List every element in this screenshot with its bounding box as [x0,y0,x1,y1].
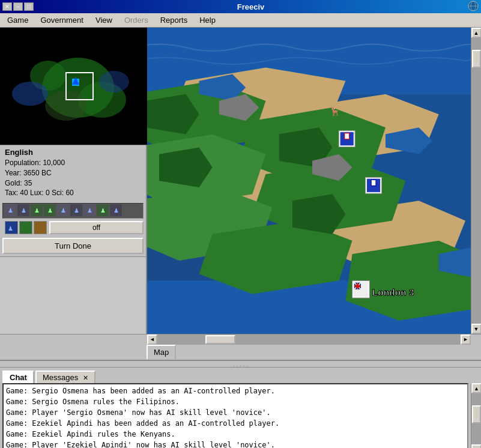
mini-map[interactable] [0,28,147,145]
unit-icons-bar: ♟ ♟ ♟ ♟ ♟ ♟ ♟ ♟ ♟ [2,203,144,219]
menu-view[interactable]: View [91,14,117,26]
main-area: English Population: 10,000 Year: 3650 BC… [0,28,481,334]
left-bottom-area [0,256,146,334]
chat-scrollbar: ▲ ▼ [471,383,481,448]
scroll-up-button[interactable]: ▲ [471,28,482,38]
chat-scroll-track[interactable] [471,393,481,444]
v-scroll-thumb[interactable] [472,50,481,68]
svg-text:♟: ♟ [8,207,13,214]
scroll-right-button[interactable]: ► [461,334,471,345]
svg-text:♟: ♟ [34,207,40,214]
svg-text:🦌: 🦌 [329,105,341,117]
civ-name: English [5,148,141,157]
chat-scroll-thumb[interactable] [472,405,481,423]
game-map: London 3 🦌 [147,28,471,334]
menu-reports[interactable]: Reports [156,14,193,26]
menu-game[interactable]: Game [2,14,33,26]
globe-icon [468,1,479,13]
chat-tab[interactable]: Chat [2,371,34,383]
year-stat: Year: 3650 BC [5,168,141,178]
svg-rect-61 [345,133,349,139]
population-stat: Population: 10,000 [5,158,141,168]
svg-text:London  3: London 3 [372,287,414,297]
dots-separator: . . . . . [0,361,481,367]
map-tab[interactable]: Map [147,345,176,360]
title-bar: ✕ − □ Freeciv [0,0,481,13]
unit-icon-3 [34,221,47,234]
chat-message: Game: Ezekiel Apindi has been added as a… [6,418,465,429]
bottom-left-space [0,334,147,344]
menu-bar: Game Government View Orders Reports Help [0,13,481,28]
off-button[interactable]: off [49,221,144,234]
maximize-button[interactable]: □ [24,2,34,11]
svg-text:♟: ♟ [113,207,119,214]
tax-stat: Tax: 40 Lux: 0 Sci: 60 [5,188,141,198]
game-view[interactable]: London 3 🦌 [147,28,471,334]
stats-panel: English Population: 10,000 Year: 3650 BC… [0,145,146,201]
mini-map-svg [0,28,147,145]
h-scroll-track[interactable] [157,334,461,345]
svg-rect-65 [372,180,376,186]
svg-text:♟: ♟ [8,225,13,232]
chat-message: Game: Sergio Osmena rules the Filipinos. [6,396,465,407]
chat-messages: Game: Sergio Osmena has been added as an… [2,383,468,448]
left-panel: English Population: 10,000 Year: 3650 BC… [0,28,147,334]
scroll-left-button[interactable]: ◄ [147,334,157,345]
active-unit-area: ♟ off [2,221,144,234]
svg-text:♟: ♟ [87,207,92,214]
right-scrollbar: ▲ ▼ [471,28,481,334]
svg-rect-74 [354,285,361,287]
right-view-wrapper: London 3 🦌 ▲ ▼ [147,28,481,334]
minimize-button[interactable]: − [13,2,23,11]
svg-text:♟: ♟ [21,207,26,214]
svg-point-9 [99,71,129,92]
turn-done-button[interactable]: Turn Done [2,238,144,254]
scroll-down-button[interactable]: ▼ [471,324,482,334]
menu-government[interactable]: Government [35,14,88,26]
window-controls[interactable]: ✕ − □ [2,2,34,11]
chat-scroll-down[interactable]: ▼ [471,444,481,448]
svg-text:♟: ♟ [100,207,106,214]
menu-orders[interactable]: Orders [119,14,153,26]
chat-message: Game: Ezekiel Apindi rules the Kenyans. [6,429,465,440]
chat-message: Game: Sergio Osmena has been added as an… [6,386,465,396]
chat-scroll-up[interactable]: ▲ [471,383,481,393]
svg-text:♟: ♟ [47,207,53,214]
chat-message: Game: Player 'Ezekiel Apindi' now has AI… [6,440,465,448]
window-title: Freeciv [34,2,468,11]
gold-stat: Gold: 35 [5,178,141,189]
unit-icon-2 [19,221,32,234]
messages-tab[interactable]: Messages ✕ [35,371,95,383]
messages-tab-label: Messages [43,373,78,382]
h-scroll-thumb[interactable] [205,335,235,344]
unit-sprites: ♟ ♟ ♟ ♟ ♟ ♟ ♟ ♟ ♟ [3,203,129,219]
svg-text:♟: ♟ [74,207,79,214]
scrollbar-corner [471,334,481,345]
bottom-scrollbar-area: ◄ ► [0,334,481,344]
v-scroll-track[interactable] [471,38,482,324]
svg-text:♟: ♟ [61,207,66,214]
close-button[interactable]: ✕ [2,2,12,11]
chat-area-wrapper: Game: Sergio Osmena has been added as an… [0,383,481,448]
chat-panel: Chat Messages ✕ Game: Sergio Osmena has … [0,367,481,448]
map-tab-bar: Map [0,344,481,361]
svg-marker-36 [147,28,471,81]
messages-tab-close[interactable]: ✕ [83,374,88,381]
svg-point-8 [12,82,48,106]
chat-message: Game: Player 'Sergio Osmena' now has AI … [6,407,465,418]
unit-icon-1: ♟ [5,221,18,234]
horizontal-scrollbar: ◄ ► [147,334,471,344]
chat-tabs: Chat Messages ✕ [0,368,481,383]
menu-help[interactable]: Help [195,14,220,26]
